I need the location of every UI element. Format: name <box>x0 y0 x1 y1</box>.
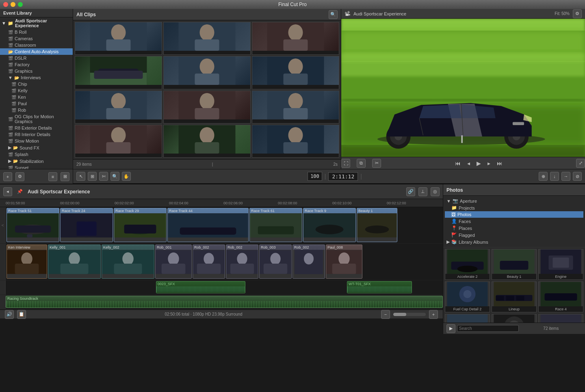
clip-thumb-4[interactable] <box>75 56 162 89</box>
music-clip[interactable]: Racing Soundtrack <box>6 296 443 308</box>
clip-thumb-6[interactable] <box>252 56 339 89</box>
sfx-clip-wtt01[interactable]: WT-T01_SFX <box>347 281 412 293</box>
grid-view-button[interactable]: ⊞ <box>61 172 69 181</box>
timeline-clip-race24[interactable]: Race Track 24 <box>60 208 113 242</box>
sidebar-item-stabilization[interactable]: ▶ 📂 Stabilization <box>0 158 73 165</box>
add-button[interactable]: + <box>3 172 12 181</box>
photos-tree[interactable]: ▼ 📷 Aperture 📁 Projects 🖼 Photos 👤 Faces <box>443 196 585 247</box>
go-to-end-button[interactable]: ⏭ <box>497 160 503 167</box>
sidebar-content[interactable]: ▼ 📁 Audi Sportscar Experience 🎬 B Roll 🎬… <box>0 17 73 169</box>
clip-thumb-8[interactable] <box>163 91 251 123</box>
sidebar-item-factory[interactable]: 🎬 Factory <box>0 61 73 68</box>
sidebar-item-content-auto-analysis[interactable]: 📂 Content Auto-Analysis <box>0 48 73 55</box>
clip-thumb-11[interactable] <box>163 125 251 158</box>
zoom-out-button[interactable]: − <box>381 310 390 319</box>
photos-tree-library-albums[interactable]: ▶ 📚 Library Albums <box>445 238 583 245</box>
play-forward-button[interactable]: ▸ <box>488 160 490 167</box>
sidebar-item-graphics[interactable]: 🎬 Graphics <box>0 68 73 74</box>
maximize-button[interactable] <box>18 2 23 7</box>
tool-hand[interactable]: ✋ <box>122 172 131 181</box>
list-view-button[interactable]: ≡ <box>48 172 57 181</box>
timeline-clip-ken[interactable]: Ken Interview <box>6 245 47 279</box>
transform-button[interactable]: ⧉ <box>357 159 366 168</box>
minimize-button[interactable] <box>11 2 15 7</box>
sidebar-item-r8-interior[interactable]: 🎬 R8 Interior Details <box>0 131 73 138</box>
crop-button[interactable]: ✂ <box>372 159 381 168</box>
timeline-clip-beauty1[interactable]: Beauty 1 <box>357 208 397 242</box>
status-icon2[interactable]: 📋 <box>17 310 26 319</box>
photos-play-button[interactable]: ▶ <box>446 324 455 333</box>
photos-tree-places[interactable]: 📍 Places <box>445 225 583 232</box>
tool-zoom[interactable]: 🔍 <box>110 172 119 181</box>
timeline-clip-rob003[interactable]: Rob_003 <box>259 245 292 279</box>
clip-thumb-9[interactable] <box>252 91 339 123</box>
sfx-clip-0023[interactable]: 0023_SFX <box>156 281 245 293</box>
sidebar-item-chip[interactable]: 🎬 Chip <box>0 81 73 87</box>
clip-thumb-3[interactable] <box>252 22 339 55</box>
browser-filter-button[interactable]: 🔍 <box>329 10 338 19</box>
viewer-settings-button[interactable]: ⚙ <box>573 9 582 18</box>
clip-thumb-1[interactable] <box>75 22 162 55</box>
sidebar-item-rob[interactable]: 🎬 Rob <box>0 107 73 113</box>
timeline-clip-rob002a[interactable]: Rob_002 <box>193 245 225 279</box>
sidebar-item-kelly[interactable]: 🎬 Kelly <box>0 87 73 94</box>
play-button[interactable]: ▶ <box>477 160 481 167</box>
zoom-fit-button[interactable]: ⤢ <box>576 159 585 168</box>
photo-thumb-lineup[interactable]: Lineup <box>492 282 537 312</box>
sidebar-item-ken[interactable]: 🎬 Ken <box>0 94 73 100</box>
timeline-clip-race44[interactable]: Race Track 44 <box>167 208 249 242</box>
photos-tree-projects[interactable]: 📁 Projects <box>445 204 583 211</box>
clip-thumb-10[interactable] <box>75 125 162 158</box>
clip-thumb-7[interactable] <box>75 91 162 123</box>
clip-thumb-2[interactable] <box>163 22 251 55</box>
play-backward-button[interactable]: ◂ <box>467 160 470 167</box>
timeline-link-button[interactable]: 🔗 <box>406 187 415 196</box>
photos-tree-faces[interactable]: 👤 Faces <box>445 218 583 225</box>
settings-button[interactable]: ⚙ <box>15 172 24 181</box>
photos-tree-photos[interactable]: 🖼 Photos <box>445 211 583 218</box>
sidebar-item-dslr[interactable]: 🎬 DSLR <box>0 55 73 61</box>
timeline-clip-race61[interactable]: Race Track 61 <box>249 208 302 242</box>
tool-overwrite[interactable]: ⊘ <box>573 172 582 181</box>
timeline-clip-kelly001[interactable]: Kelly_001 <box>48 245 101 279</box>
sidebar-item-slow-motion[interactable]: 🎬 Slow Motion <box>0 138 73 144</box>
status-icon1[interactable]: 🔊 <box>5 310 14 319</box>
sidebar-item-library[interactable]: ▼ 📁 Audi Sportscar Experience <box>0 17 73 29</box>
sidebar-item-interviews[interactable]: ▼ 📂 Interviews <box>0 74 73 81</box>
timeline-solo-button[interactable]: ◎ <box>431 187 440 196</box>
sidebar-item-r8-exterior[interactable]: 🎬 R8 Exterior Details <box>0 125 73 131</box>
sidebar-item-paul[interactable]: 🎬 Paul <box>0 100 73 107</box>
timeline-clip-race9[interactable]: Race Track 9 <box>303 208 356 242</box>
photo-thumb-wheeldetail[interactable]: Wheel Detail 4 <box>492 314 537 323</box>
video-track-content[interactable]: Race Track 51 Race Track 24 <box>6 207 443 243</box>
timeline-snap-button[interactable]: ⊥ <box>418 187 427 196</box>
timeline-clip-race51[interactable]: Race Track 51 <box>6 208 59 242</box>
photos-search-input[interactable] <box>457 325 519 332</box>
tool-trim[interactable]: ⊞ <box>88 172 97 181</box>
sidebar-item-sunset[interactable]: 🎬 Sunset <box>0 165 73 169</box>
fullscreen-button[interactable]: ⛶ <box>341 159 350 168</box>
timeline-back-button[interactable]: ◂ <box>3 187 12 196</box>
zoom-in-button[interactable]: + <box>429 310 438 319</box>
timeline-clip-paul008[interactable]: Paul_008 <box>326 245 362 279</box>
sidebar-item-og-clips[interactable]: 🎬 OG Clips for Motion Graphics <box>0 113 73 125</box>
photo-thumb-fuelcap[interactable]: Fuel Cap Detail 2 <box>445 282 490 312</box>
clip-thumb-5[interactable] <box>163 56 251 89</box>
go-to-start-button[interactable]: ⏮ <box>455 160 461 167</box>
photo-thumb-racing2[interactable]: Racing 2 <box>445 314 490 323</box>
tool-append[interactable]: → <box>561 172 570 181</box>
sidebar-item-cameras[interactable]: 🎬 Cameras <box>0 35 73 42</box>
sidebar-item-classroom[interactable]: 🎬 Classroom <box>0 42 73 48</box>
photo-thumb-accelerate2[interactable]: Accelerate 2 <box>445 249 490 280</box>
interview-track-content[interactable]: Ken Interview Kelly_001 Kell <box>6 244 443 280</box>
photos-tree-aperture[interactable]: ▼ 📷 Aperture <box>445 197 583 204</box>
clip-thumb-12[interactable] <box>252 125 339 158</box>
zoom-slider[interactable] <box>393 313 426 316</box>
photo-thumb-engine[interactable]: Engine <box>538 249 583 280</box>
timeline-clip-kelly002[interactable]: Kelly_002 <box>102 245 154 279</box>
timeline-clip-race29[interactable]: Race Track 29 <box>114 208 167 242</box>
photo-thumb-beauty1[interactable]: Beauty 1 <box>492 249 537 280</box>
sfx-track-content[interactable]: 0023_SFX WT-T01_SFX <box>6 280 443 295</box>
sidebar-item-broll[interactable]: 🎬 B Roll <box>0 29 73 35</box>
close-button[interactable] <box>3 2 8 7</box>
